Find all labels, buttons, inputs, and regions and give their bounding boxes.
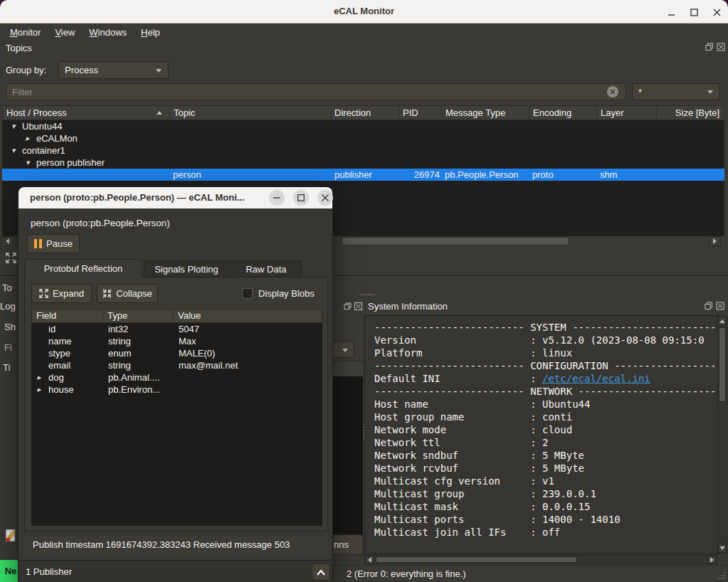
field-table-body: id int32 5047 name string Max stype enum… <box>31 323 322 526</box>
col-encoding[interactable]: Encoding <box>529 106 597 120</box>
group-by-combo[interactable]: Process <box>58 61 169 79</box>
close-dock-icon[interactable] <box>716 302 724 310</box>
tree-row-process[interactable]: ▸ eCALMon <box>2 132 724 144</box>
chevron-down-icon <box>342 349 348 352</box>
chevron-up-icon <box>316 569 326 576</box>
expanded-arrow-icon[interactable]: ▾ <box>11 120 16 132</box>
window-titlebar: eCAL Monitor <box>0 0 728 23</box>
tree-row-host[interactable]: ▾ Ubuntu44 <box>2 120 724 132</box>
tab-raw-data[interactable]: Raw Data <box>231 260 302 277</box>
scroll-left-button[interactable] <box>1 236 14 246</box>
dialog-maximize-button[interactable] <box>293 190 309 206</box>
col-message-type[interactable]: Message Type <box>442 106 529 120</box>
ecal-ini-link[interactable]: /etc/ecal/ecal.ini <box>542 373 650 384</box>
col-type[interactable]: Type <box>103 309 174 322</box>
expand-button[interactable]: Expand <box>31 284 92 303</box>
publisher-count: 1 Publisher <box>26 566 72 577</box>
field-row[interactable]: id int32 5047 <box>31 323 322 335</box>
dialog-minimize-button[interactable] <box>269 190 285 206</box>
expanded-arrow-icon[interactable]: ▾ <box>26 157 30 169</box>
topics-dock-title: Topics <box>6 43 32 57</box>
minimize-icon <box>668 9 675 16</box>
pause-button[interactable]: Pause <box>27 234 80 253</box>
filter-input[interactable] <box>6 83 626 100</box>
reflection-dialog: person (proto:pb.People.Person) — eCAL M… <box>18 186 333 582</box>
display-blobs-checkbox[interactable] <box>242 288 253 299</box>
field-row[interactable]: email string max@mail.net <box>31 359 322 371</box>
menu-monitor[interactable]: Monitor <box>3 25 48 40</box>
close-button[interactable] <box>709 5 724 19</box>
expanded-arrow-icon[interactable]: ▾ <box>11 144 16 157</box>
menu-windows[interactable]: Windows <box>82 25 134 40</box>
cell-encoding: proto <box>532 169 554 181</box>
topic-filter-value: * <box>638 87 642 97</box>
selected-topic-row[interactable]: person publisher 26974 pb.People.Person … <box>2 169 724 181</box>
maximize-button[interactable] <box>687 5 701 19</box>
cell-message-type: pb.People.Person <box>445 169 518 181</box>
tab-protobuf-reflection[interactable]: Protobuf Reflection <box>24 259 142 277</box>
col-direction[interactable]: Direction <box>331 106 399 120</box>
scroll-right-button[interactable] <box>707 556 717 564</box>
scroll-up-button[interactable] <box>718 317 727 326</box>
dock-handle-dots[interactable]: ...... <box>359 292 375 294</box>
collapsed-arrow-icon[interactable]: ▸ <box>37 383 41 396</box>
tab-signals-plotting[interactable]: Signals Plotting <box>144 260 229 277</box>
scroll-down-button[interactable] <box>718 544 727 553</box>
float-dock-icon[interactable] <box>344 302 352 310</box>
hidden-panel-label: Sh <box>4 322 17 332</box>
hidden-panel-label: Ti <box>3 362 16 373</box>
group-by-label: Group by: <box>6 65 46 75</box>
sysinfo-line: Multicast ports : 14000 - 14010 <box>374 513 719 526</box>
menu-view[interactable]: View <box>48 25 82 40</box>
col-topic[interactable]: Topic <box>170 106 331 120</box>
topic-filter-combo[interactable]: * <box>632 83 720 100</box>
tree-row-process[interactable]: ▾ person publisher <box>2 157 724 169</box>
hidden-columns-button[interactable]: nns <box>330 534 363 555</box>
scroll-right-button[interactable] <box>709 236 721 246</box>
hscrollbar-thumb[interactable] <box>342 237 569 245</box>
collapse-button[interactable]: Collapse <box>97 284 158 303</box>
col-host-process[interactable]: Host / Process <box>3 106 170 120</box>
expand-icon <box>39 289 48 298</box>
topics-table-header: Host / Process Topic Direction PID Messa… <box>2 105 724 120</box>
close-dock-icon[interactable] <box>717 43 725 51</box>
sysinfo-line: Network sndbuf : 5 MByte <box>374 449 719 462</box>
collapsed-arrow-icon[interactable]: ▸ <box>37 371 41 383</box>
sysinfo-line: Host name : Ubuntu44 <box>374 398 719 411</box>
expand-icon[interactable] <box>6 253 16 265</box>
hidden-combo[interactable] <box>332 341 354 358</box>
log-edit-icon[interactable] <box>4 528 17 545</box>
hscrollbar-thumb[interactable] <box>376 556 577 563</box>
col-field[interactable]: Field <box>32 309 103 322</box>
float-dock-icon[interactable] <box>705 43 714 51</box>
close-dock-icon[interactable] <box>354 302 362 310</box>
tree-row-host[interactable]: ▾ container1 <box>2 144 724 157</box>
sysinfo-line: Platform : linux <box>374 346 719 359</box>
sysinfo-hscrollbar[interactable] <box>364 555 717 564</box>
clear-filter-button[interactable] <box>607 86 618 97</box>
field-row[interactable]: stype enum MALE(0) <box>31 347 322 359</box>
col-layer[interactable]: Layer <box>597 106 657 120</box>
field-row[interactable]: name string Max <box>31 335 322 347</box>
dialog-title: person (proto:pb.People.Person) — eCAL M… <box>30 192 245 203</box>
menu-help[interactable]: Help <box>134 25 167 40</box>
topics-dock-controls <box>705 43 725 51</box>
vscrollbar-thumb[interactable] <box>719 327 726 402</box>
dialog-close-button[interactable] <box>317 190 333 206</box>
col-size[interactable]: Size [Byte] <box>657 106 725 120</box>
field-row[interactable]: ▸ dog pb.Animal.... <box>31 371 322 383</box>
col-value[interactable]: Value <box>174 309 322 322</box>
float-dock-icon[interactable] <box>705 302 713 310</box>
collapse-panel-button[interactable] <box>312 564 330 581</box>
system-info-controls <box>705 302 724 310</box>
sysinfo-vscrollbar[interactable] <box>717 316 727 554</box>
col-pid[interactable]: PID <box>399 106 442 120</box>
dialog-topic-label: person (proto:pb.People.Person) <box>31 218 170 228</box>
scroll-left-button[interactable] <box>365 556 374 564</box>
sysinfo-line: Multicast group : 239.0.0.1 <box>374 487 719 500</box>
collapsed-arrow-icon[interactable]: ▸ <box>26 132 30 144</box>
minimize-button[interactable] <box>664 5 678 19</box>
field-row[interactable]: ▸ house pb.Environ... <box>31 383 322 396</box>
resize-grip[interactable] <box>717 571 727 581</box>
cell-layer: shm <box>600 169 618 181</box>
